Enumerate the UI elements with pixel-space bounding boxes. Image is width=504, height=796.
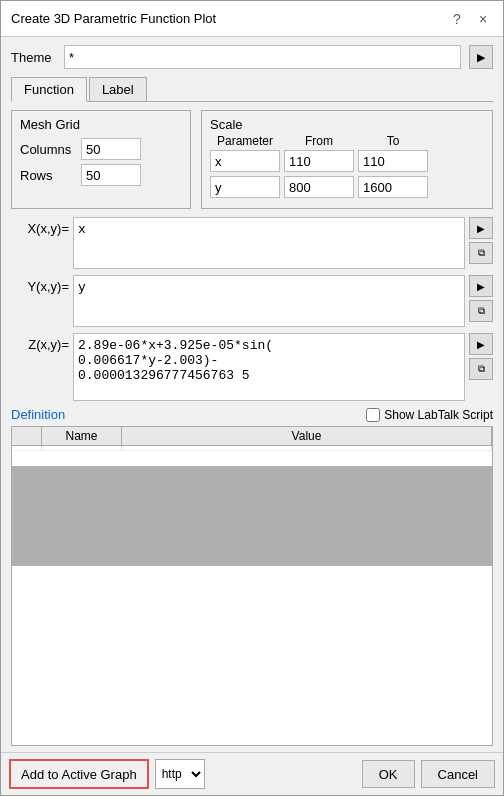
def-table-header: Name Value (12, 427, 492, 446)
z-formula-btns: ▶ ⧉ (469, 333, 493, 380)
z-formula-copy-btn[interactable]: ⧉ (469, 358, 493, 380)
ok-button[interactable]: OK (362, 760, 415, 788)
x-formula-copy-btn[interactable]: ⧉ (469, 242, 493, 264)
theme-label: Theme (11, 50, 56, 65)
y-formula-label: Y(x,y)= (11, 275, 69, 294)
scale-y-to[interactable] (358, 176, 428, 198)
def-cell-2 (42, 446, 122, 450)
definition-row: Definition Show LabTalk Script (11, 407, 493, 422)
scale-header-param: Parameter (210, 134, 280, 148)
dialog-body: Theme ▶ Function Label Mesh Grid Columns… (1, 37, 503, 752)
add-dropdown[interactable]: http (155, 759, 205, 789)
title-bar-controls: ? × (447, 9, 493, 29)
y-formula-row: Y(x,y)= y ▶ ⧉ (11, 275, 493, 327)
x-formula-label: X(x,y)= (11, 217, 69, 236)
z-formula-input[interactable]: 2.89e-06*x+3.925e-05*sin( 0.006617*y-2.0… (73, 333, 465, 401)
tabs: Function Label (11, 77, 493, 102)
z-formula-label: Z(x,y)= (11, 333, 69, 352)
definition-table: Name Value (11, 426, 493, 746)
scale-x-param[interactable] (210, 150, 280, 172)
tab-function[interactable]: Function (11, 77, 87, 102)
scale-y-param[interactable] (210, 176, 280, 198)
x-formula-input[interactable]: x (73, 217, 465, 269)
def-table-empty-row (12, 446, 492, 451)
scale-row-y (210, 176, 484, 198)
scale-x-to[interactable] (358, 150, 428, 172)
rows-row: Rows (20, 164, 182, 186)
tab-label[interactable]: Label (89, 77, 147, 101)
footer: Add to Active Graph http OK Cancel (1, 752, 503, 795)
mesh-grid-box: Mesh Grid Columns Rows (11, 110, 191, 209)
y-formula-input[interactable]: y (73, 275, 465, 327)
def-table-body (12, 446, 492, 466)
scale-header-row: Parameter From To (210, 134, 484, 148)
dialog-window: Create 3D Parametric Function Plot ? × T… (0, 0, 504, 796)
y-formula-copy-btn[interactable]: ⧉ (469, 300, 493, 322)
columns-row: Columns (20, 138, 182, 160)
section-row: Mesh Grid Columns Rows Scale Parameter F… (11, 110, 493, 209)
theme-input[interactable] (64, 45, 461, 69)
cancel-button[interactable]: Cancel (421, 760, 495, 788)
close-button[interactable]: × (473, 9, 493, 29)
y-formula-btns: ▶ ⧉ (469, 275, 493, 322)
def-header-index (12, 427, 42, 445)
add-to-active-graph-button[interactable]: Add to Active Graph (9, 759, 149, 789)
show-labltalk-checkbox[interactable] (366, 408, 380, 422)
z-formula-arrow-btn[interactable]: ▶ (469, 333, 493, 355)
rows-input[interactable] (81, 164, 141, 186)
def-cell-1 (12, 446, 42, 450)
x-formula-row: X(x,y)= x ▶ ⧉ (11, 217, 493, 269)
scale-y-from[interactable] (284, 176, 354, 198)
scale-x-from[interactable] (284, 150, 354, 172)
theme-row: Theme ▶ (11, 45, 493, 69)
def-header-value: Value (122, 427, 492, 445)
definition-link[interactable]: Definition (11, 407, 65, 422)
scale-box: Scale Parameter From To (201, 110, 493, 209)
scale-row-x (210, 150, 484, 172)
scale-header-to: To (358, 134, 428, 148)
y-formula-arrow-btn[interactable]: ▶ (469, 275, 493, 297)
def-table-gray-area (12, 466, 492, 566)
scale-header-from: From (284, 134, 354, 148)
def-header-name: Name (42, 427, 122, 445)
x-formula-btns: ▶ ⧉ (469, 217, 493, 264)
columns-input[interactable] (81, 138, 141, 160)
rows-label: Rows (20, 168, 75, 183)
dialog-title: Create 3D Parametric Function Plot (11, 11, 216, 26)
x-formula-arrow-btn[interactable]: ▶ (469, 217, 493, 239)
mesh-grid-title: Mesh Grid (20, 117, 182, 132)
def-cell-3 (122, 446, 492, 450)
show-labltalk-row: Show LabTalk Script (366, 408, 493, 422)
scale-title: Scale (210, 117, 484, 132)
title-bar: Create 3D Parametric Function Plot ? × (1, 1, 503, 37)
columns-label: Columns (20, 142, 75, 157)
z-formula-row: Z(x,y)= 2.89e-06*x+3.925e-05*sin( 0.0066… (11, 333, 493, 401)
help-button[interactable]: ? (447, 9, 467, 29)
show-labltalk-label: Show LabTalk Script (384, 408, 493, 422)
theme-arrow-button[interactable]: ▶ (469, 45, 493, 69)
